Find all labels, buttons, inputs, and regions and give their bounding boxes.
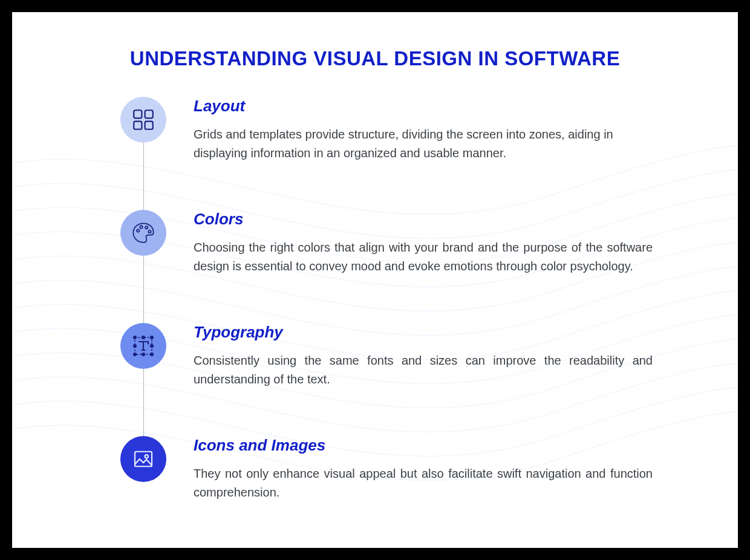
item-colors: Colors Choosing the right colors that al… [120, 210, 653, 276]
svg-rect-3 [145, 122, 153, 129]
svg-point-5 [140, 226, 142, 228]
slide: UNDERSTANDING VISUAL DESIGN IN SOFTWARE … [12, 12, 738, 548]
timeline-connector [143, 120, 144, 464]
svg-rect-2 [134, 122, 142, 129]
svg-point-12 [151, 353, 153, 356]
svg-point-18 [145, 455, 148, 458]
item-heading: Typography [194, 323, 653, 342]
layout-icon [120, 97, 166, 143]
svg-point-10 [151, 336, 153, 339]
svg-point-7 [148, 230, 151, 233]
item-desc: Choosing the right colors that align wit… [194, 238, 653, 276]
svg-point-6 [145, 226, 148, 229]
svg-point-11 [134, 353, 136, 356]
svg-rect-1 [145, 110, 153, 118]
item-heading: Layout [194, 97, 653, 116]
svg-point-4 [137, 229, 139, 232]
timeline: Layout Grids and templates provide struc… [120, 97, 653, 502]
item-desc: Grids and templates provide structure, d… [194, 125, 653, 163]
svg-point-14 [142, 353, 145, 356]
item-heading: Icons and Images [194, 436, 653, 455]
item-layout: Layout Grids and templates provide struc… [120, 97, 653, 163]
typography-icon [120, 323, 166, 369]
svg-point-15 [134, 345, 136, 347]
image-icon [120, 436, 166, 482]
svg-point-13 [142, 336, 145, 339]
item-typography: Typography Consistently using the same f… [120, 323, 653, 389]
item-desc: They not only enhance visual appeal but … [194, 464, 653, 502]
slide-title: UNDERSTANDING VISUAL DESIGN IN SOFTWARE [12, 47, 738, 70]
svg-rect-17 [135, 452, 152, 467]
item-desc: Consistently using the same fonts and si… [194, 351, 653, 389]
item-heading: Colors [194, 210, 653, 229]
svg-point-16 [151, 345, 153, 347]
svg-rect-0 [134, 110, 142, 118]
svg-point-9 [134, 336, 136, 339]
palette-icon [120, 210, 166, 256]
item-icons-images: Icons and Images They not only enhance v… [120, 436, 653, 502]
